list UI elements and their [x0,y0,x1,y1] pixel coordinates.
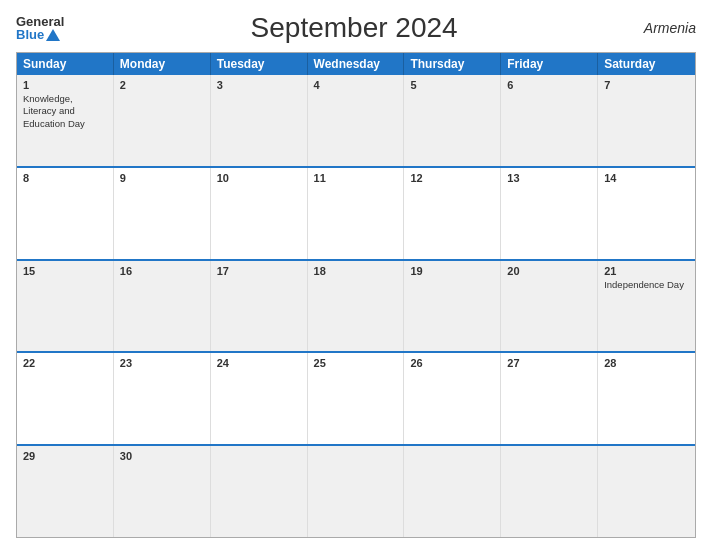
day-cell: 15 [17,261,114,352]
logo: General Blue [16,15,64,41]
day-cell [404,446,501,537]
day-cell: 6 [501,75,598,166]
day-number: 10 [217,172,301,184]
day-cell: 12 [404,168,501,259]
header-saturday: Saturday [598,53,695,75]
day-number: 14 [604,172,689,184]
day-cell: 29 [17,446,114,537]
day-number: 27 [507,357,591,369]
day-number: 4 [314,79,398,91]
day-number: 3 [217,79,301,91]
header-tuesday: Tuesday [211,53,308,75]
day-cell: 16 [114,261,211,352]
day-number: 24 [217,357,301,369]
day-cell: 19 [404,261,501,352]
day-cell: 10 [211,168,308,259]
day-number: 22 [23,357,107,369]
day-cell [501,446,598,537]
day-number: 23 [120,357,204,369]
day-number: 7 [604,79,689,91]
header-sunday: Sunday [17,53,114,75]
day-cell: 17 [211,261,308,352]
logo-blue-text: Blue [16,28,44,41]
day-number: 26 [410,357,494,369]
day-cell: 13 [501,168,598,259]
day-cell: 7 [598,75,695,166]
day-event: Independence Day [604,279,689,291]
header-thursday: Thursday [404,53,501,75]
header-friday: Friday [501,53,598,75]
day-cell: 3 [211,75,308,166]
day-cell: 22 [17,353,114,444]
day-cell: 27 [501,353,598,444]
calendar-grid: Sunday Monday Tuesday Wednesday Thursday… [16,52,696,538]
day-cell: 30 [114,446,211,537]
day-number: 6 [507,79,591,91]
day-cell: 20 [501,261,598,352]
header-wednesday: Wednesday [308,53,405,75]
calendar-title: September 2024 [64,12,643,44]
day-cell: 2 [114,75,211,166]
week-row-1: 1Knowledge, Literacy and Education Day23… [17,75,695,166]
day-number: 5 [410,79,494,91]
day-number: 9 [120,172,204,184]
calendar-page: General Blue September 2024 Armenia Sund… [0,0,712,550]
day-event: Knowledge, Literacy and Education Day [23,93,107,130]
day-number: 21 [604,265,689,277]
day-cell: 9 [114,168,211,259]
day-number: 2 [120,79,204,91]
day-cell: 23 [114,353,211,444]
header-monday: Monday [114,53,211,75]
day-number: 20 [507,265,591,277]
day-cell [211,446,308,537]
day-cell: 8 [17,168,114,259]
day-number: 16 [120,265,204,277]
day-cell: 25 [308,353,405,444]
day-number: 12 [410,172,494,184]
logo-triangle-icon [46,29,60,41]
day-number: 17 [217,265,301,277]
week-row-5: 2930 [17,444,695,537]
day-number: 30 [120,450,204,462]
header: General Blue September 2024 Armenia [16,12,696,44]
day-number: 29 [23,450,107,462]
day-headers-row: Sunday Monday Tuesday Wednesday Thursday… [17,53,695,75]
day-cell: 18 [308,261,405,352]
day-number: 25 [314,357,398,369]
country-name: Armenia [644,20,696,36]
day-cell: 26 [404,353,501,444]
week-row-2: 891011121314 [17,166,695,259]
day-cell: 1Knowledge, Literacy and Education Day [17,75,114,166]
day-number: 15 [23,265,107,277]
week-row-4: 22232425262728 [17,351,695,444]
weeks-container: 1Knowledge, Literacy and Education Day23… [17,75,695,537]
day-number: 28 [604,357,689,369]
day-number: 13 [507,172,591,184]
day-cell: 14 [598,168,695,259]
day-cell [308,446,405,537]
day-number: 1 [23,79,107,91]
day-number: 11 [314,172,398,184]
day-cell: 11 [308,168,405,259]
day-cell: 4 [308,75,405,166]
day-number: 18 [314,265,398,277]
day-number: 19 [410,265,494,277]
week-row-3: 15161718192021Independence Day [17,259,695,352]
day-number: 8 [23,172,107,184]
day-cell: 28 [598,353,695,444]
day-cell [598,446,695,537]
day-cell: 21Independence Day [598,261,695,352]
day-cell: 5 [404,75,501,166]
day-cell: 24 [211,353,308,444]
